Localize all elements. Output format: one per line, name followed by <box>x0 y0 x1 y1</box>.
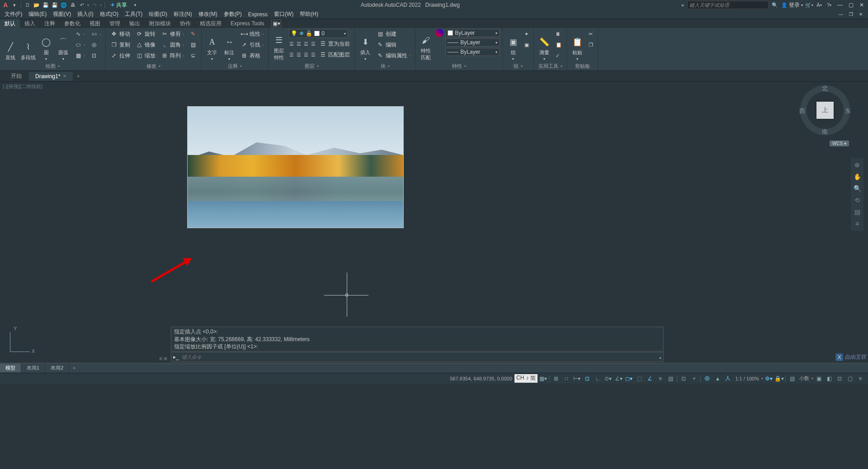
commandline-handle[interactable]: ≡✕ <box>159 356 168 362</box>
editattr-button[interactable]: ✎编辑属性· <box>375 51 412 61</box>
layer-btn5[interactable]: ☰ <box>288 50 295 60</box>
menu-help[interactable]: 帮助(H) <box>300 10 318 18</box>
ime-indicator[interactable]: CH♪简 <box>514 374 538 383</box>
layer-btn3[interactable]: ☰ <box>303 39 309 49</box>
color-dropdown[interactable]: ByLayer▾ <box>445 29 500 37</box>
dropdown-icon[interactable]: ▾ <box>11 1 18 9</box>
cycling-icon[interactable]: ⊡ <box>679 374 689 383</box>
viewcube-north[interactable]: 北 <box>822 84 828 93</box>
cleanscreen-icon[interactable]: ▢ <box>845 374 855 383</box>
polar-icon[interactable]: ⊙▾ <box>603 374 613 383</box>
tab-close-icon[interactable]: ✕ <box>63 74 66 79</box>
viewcube-west[interactable]: 西 <box>799 107 805 115</box>
tab-default[interactable]: 默认 <box>0 19 20 28</box>
zoom-level[interactable]: 1:1 / 100% <box>733 376 761 381</box>
units-label[interactable]: 小数 <box>797 375 811 382</box>
panel-label-block[interactable]: 块 <box>358 62 412 70</box>
menu-draw[interactable]: 绘图(D) <box>149 10 167 18</box>
qat-more-icon[interactable]: ▼ <box>132 1 139 9</box>
steering-wheel-icon[interactable]: ⊕ <box>852 159 863 170</box>
close-icon[interactable]: ✕ <box>857 1 866 9</box>
workspace-icon[interactable]: ⚙▾ <box>764 374 774 383</box>
coordinates[interactable]: 567.8354, 648.9735, 0.0000 <box>450 376 512 381</box>
menu-view[interactable]: 视图(V) <box>53 10 71 18</box>
orbit-icon[interactable]: ⟲ <box>852 195 863 206</box>
minimize-icon[interactable]: — <box>835 1 844 9</box>
search-input[interactable]: 鍵入关键字或短语 <box>687 1 769 9</box>
isodraft-icon[interactable]: ∠▾ <box>613 374 623 383</box>
panel-label-annot[interactable]: 注释 <box>204 62 265 70</box>
modelspace-icon[interactable]: ▦▾ <box>538 374 548 383</box>
menu-express[interactable]: Express <box>248 11 268 18</box>
quickprops-icon[interactable]: ▣ <box>814 374 824 383</box>
mdi-restore-icon[interactable]: ❐ <box>846 11 855 18</box>
open-icon[interactable]: 📂 <box>33 1 40 9</box>
tab-annotate[interactable]: 注释 <box>40 19 60 28</box>
layout-add-icon[interactable]: + <box>69 365 79 371</box>
ribbon-collapse-icon[interactable]: ▣▾ <box>271 19 281 28</box>
web-icon[interactable]: 🌐 <box>60 1 67 9</box>
tab-manage[interactable]: 管理 <box>105 19 125 28</box>
viewport-label[interactable]: [-][俯视][二维线框] <box>3 83 42 90</box>
spline-button[interactable]: ∿· <box>73 29 87 39</box>
layer-btn6[interactable]: ☰ <box>296 50 302 60</box>
stretch-button[interactable]: ⤢拉伸 <box>108 51 132 61</box>
menu-edit[interactable]: 编辑(E) <box>28 10 47 18</box>
leader-button[interactable]: ↗引线· <box>239 40 265 50</box>
grid-icon[interactable]: ⊞ <box>551 374 561 383</box>
lineweight-dropdown[interactable]: ByLayer▾ <box>445 38 500 47</box>
rect-button[interactable]: ▭· <box>89 29 103 39</box>
trim-button[interactable]: ✂修剪· <box>159 29 186 39</box>
annoscale-btn2[interactable]: 人 <box>723 374 733 383</box>
util-btn2[interactable]: 📋 <box>554 40 564 50</box>
insert-button[interactable]: ⬇插入▾ <box>358 29 373 62</box>
arc-button[interactable]: ⌒圆弧▾ <box>56 29 71 62</box>
lwt-icon[interactable]: ≡ <box>655 374 665 383</box>
save-icon[interactable]: 💾 <box>42 1 49 9</box>
command-line[interactable]: ▸_ ▴ <box>171 352 664 362</box>
text-button[interactable]: A文字▾ <box>204 29 220 62</box>
ortho-icon[interactable]: ∟ <box>593 374 603 383</box>
tab-insert[interactable]: 插入 <box>20 19 40 28</box>
setcurrent-button[interactable]: ☰置为当前 <box>317 39 352 49</box>
layer-btn4[interactable]: ☰ <box>310 39 316 49</box>
menu-tools[interactable]: 工具(T) <box>125 10 142 18</box>
wcs-badge[interactable]: WCS ▾ <box>830 141 849 146</box>
zoom-extents-icon[interactable]: 🔍 <box>852 183 863 194</box>
showmotion-icon[interactable]: ▤ <box>852 206 863 217</box>
cut-button[interactable]: ✂ <box>587 29 595 39</box>
array-button[interactable]: ⊞阵列· <box>159 51 186 61</box>
layerprops-button[interactable]: ☰图层 特性 <box>271 29 287 62</box>
tab-add-icon[interactable]: + <box>74 72 83 80</box>
otrack-icon[interactable]: ∠ <box>645 374 655 383</box>
menu-param[interactable]: 参数(P) <box>224 10 242 18</box>
tab-output[interactable]: 输出 <box>125 19 145 28</box>
share-button[interactable]: ✈共享 <box>108 1 130 9</box>
fillet-button[interactable]: ◟圆角· <box>159 40 186 50</box>
command-expand-icon[interactable]: ▴ <box>659 355 661 360</box>
edit-button[interactable]: ✎编辑 <box>375 40 412 50</box>
util-btn3[interactable]: ✓ <box>554 51 564 61</box>
linear-button[interactable]: ⟷线性· <box>239 29 265 39</box>
panel-label-props[interactable]: 特性 <box>418 62 500 70</box>
viewcube-top[interactable]: 上 <box>816 102 834 119</box>
erase-button[interactable]: ✎ <box>188 29 198 39</box>
offset-button[interactable]: ⊆ <box>188 51 198 61</box>
group-btn2[interactable]: ▣ <box>523 40 531 50</box>
rotate-button[interactable]: ⟳旋转 <box>134 29 157 39</box>
matchprops-button[interactable]: 🖌特性 匹配 <box>418 29 434 62</box>
scale-button[interactable]: ◫缩放 <box>134 51 157 61</box>
color-icon[interactable] <box>435 29 443 37</box>
isolate-icon[interactable]: ◧ <box>824 374 834 383</box>
circle-button[interactable]: ◯圆▾ <box>38 29 54 62</box>
panel-label-draw[interactable]: 绘图 <box>3 62 103 70</box>
infer-icon[interactable]: ⊢▾ <box>572 374 582 383</box>
mdi-close-icon[interactable]: ✕ <box>856 11 865 18</box>
move-button[interactable]: ✥移动 <box>108 29 132 39</box>
tab-drawing1[interactable]: Drawing1*✕ <box>29 72 73 81</box>
ellipse-button[interactable]: ⬭· <box>73 40 87 50</box>
saveas-icon[interactable]: 💾 <box>51 1 58 9</box>
annoscale-btn1[interactable]: ▲ <box>712 374 722 383</box>
units-icon[interactable]: ▤ <box>787 374 797 383</box>
panel-label-layer[interactable]: 图层 <box>271 62 352 70</box>
